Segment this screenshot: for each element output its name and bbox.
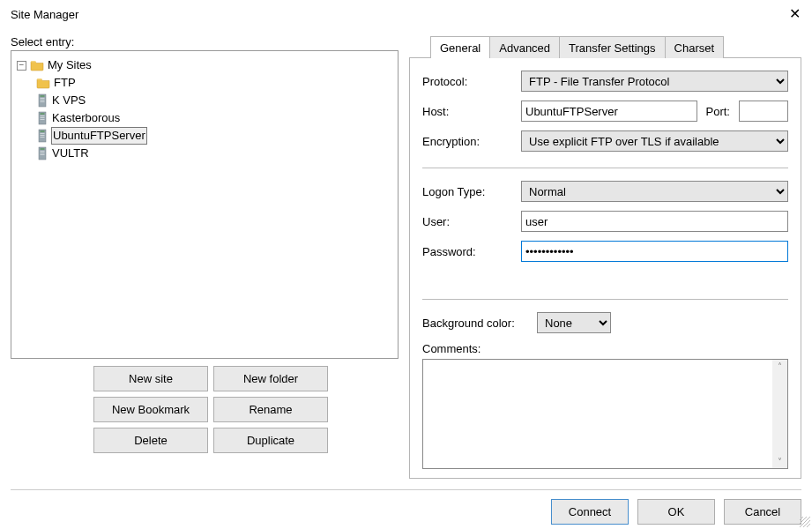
comments-label: Comments: [422,342,788,355]
user-label: User: [422,215,521,228]
encryption-label: Encryption: [422,135,521,148]
tree-item-label: K VPS [52,93,86,108]
tree-item-ubuntuftpserver[interactable]: UbuntuFTPServer [34,127,394,145]
encryption-select[interactable]: Use explicit FTP over TLS if available [521,130,788,152]
titlebar: Site Manager ✕ [0,0,812,28]
general-panel: Protocol: FTP - File Transfer Protocol H… [409,57,801,479]
logon-type-label: Logon Type: [422,185,521,198]
left-panel: Select entry: − My Sites FTP K VPS Kaste… [11,35,399,479]
rename-button[interactable]: Rename [213,397,328,422]
tab-general[interactable]: General [430,36,490,58]
svg-rect-17 [41,151,45,152]
new-site-button[interactable]: New site [93,366,208,391]
right-panel: General Advanced Transfer Settings Chars… [409,35,801,479]
tree-root[interactable]: − My Sites [15,56,394,74]
comments-textarea[interactable] [423,360,772,468]
separator [422,299,788,300]
separator [422,168,788,168]
window-title: Site Manager [11,8,78,21]
tree-item-vultr[interactable]: VULTR [34,145,394,162]
port-label: Port: [706,105,730,118]
close-icon[interactable]: ✕ [784,4,805,25]
protocol-label: Protocol: [422,75,521,88]
tab-advanced[interactable]: Advanced [489,36,560,58]
password-label: Password: [422,245,521,258]
server-icon [36,146,48,160]
tab-charset[interactable]: Charset [665,36,725,58]
duplicate-button[interactable]: Duplicate [213,428,328,453]
svg-rect-12 [41,133,45,134]
svg-rect-16 [41,149,45,150]
svg-rect-4 [41,101,45,102]
collapse-icon[interactable]: − [17,61,26,71]
tree-item-label: UbuntuFTPServer [52,128,146,144]
delete-button[interactable]: Delete [93,428,208,453]
new-bookmark-button[interactable]: New Bookmark [93,397,208,422]
svg-rect-8 [41,117,45,118]
chevron-down-icon[interactable]: ˅ [778,457,782,466]
svg-rect-1 [41,96,45,97]
tree-item-ftp[interactable]: FTP [34,74,394,92]
server-icon [36,129,48,143]
comments-box: ˄ ˅ [422,359,788,469]
svg-rect-11 [41,131,45,132]
password-input[interactable] [521,241,788,262]
protocol-select[interactable]: FTP - File Transfer Protocol [521,71,788,92]
user-input[interactable] [521,211,788,232]
port-input[interactable] [739,101,788,122]
bg-color-label: Background color: [422,317,537,330]
site-buttons: New site New folder New Bookmark Rename … [93,366,399,453]
tree-item-label: VULTR [52,145,89,161]
host-label: Host: [422,105,521,118]
svg-rect-3 [41,100,45,101]
tab-transfer-settings[interactable]: Transfer Settings [559,36,666,58]
svg-rect-2 [41,98,45,99]
tree-item-kvps[interactable]: K VPS [34,92,394,109]
svg-rect-7 [41,115,45,116]
svg-rect-13 [41,135,45,136]
site-tree[interactable]: − My Sites FTP K VPS Kasterborous [11,50,399,359]
svg-rect-18 [41,153,45,153]
tree-item-kasterborous[interactable]: Kasterborous [34,109,394,127]
tree-item-label: Kasterborous [52,110,120,126]
scrollbar[interactable]: ˄ ˅ [772,360,787,468]
folder-icon [30,59,44,71]
svg-rect-19 [41,154,45,155]
server-icon [36,111,48,125]
svg-rect-9 [41,119,45,120]
connect-button[interactable]: Connect [551,499,629,525]
select-entry-label: Select entry: [11,35,399,48]
tree-root-label: My Sites [48,57,92,73]
server-icon [36,93,48,108]
svg-rect-6 [41,114,45,115]
cancel-button[interactable]: Cancel [724,499,801,525]
tab-strip: General Advanced Transfer Settings Chars… [430,35,801,57]
host-input[interactable] [521,101,697,122]
bg-color-select[interactable]: None [537,312,611,333]
folder-icon [36,77,50,89]
resize-grip[interactable] [800,517,810,527]
new-folder-button[interactable]: New folder [213,366,328,391]
logon-type-select[interactable]: Normal [521,181,788,202]
tree-item-label: FTP [54,75,76,91]
ok-button[interactable]: OK [637,499,715,525]
svg-rect-14 [41,137,45,138]
tree-children: FTP K VPS Kasterborous UbuntuFTPServer V… [34,74,394,162]
dialog-footer: Connect OK Cancel [11,489,801,525]
chevron-up-icon[interactable]: ˄ [778,361,782,371]
